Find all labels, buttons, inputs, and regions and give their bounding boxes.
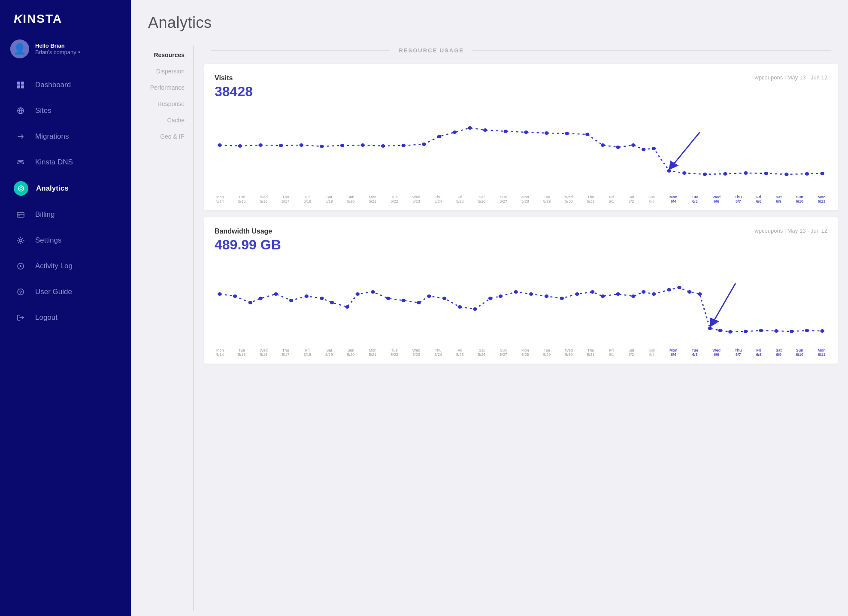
svg-point-40 — [631, 143, 636, 147]
svg-point-78 — [575, 292, 579, 296]
bandwidth-chart-meta: wpcoupons | May 13 - Jun 12 — [754, 228, 827, 234]
x-label-21: Mon6/4 — [669, 195, 678, 203]
svg-point-76 — [545, 294, 549, 298]
svg-point-72 — [488, 297, 493, 300]
x-label-22: Tue6/5 — [692, 195, 698, 203]
sidebar-item-user-guide[interactable]: ? User Guide — [0, 279, 131, 305]
billing-icon-wrapper — [14, 208, 27, 222]
svg-point-56 — [258, 297, 263, 300]
svg-point-58 — [289, 299, 294, 302]
sub-nav-item-geo-ip[interactable]: Geo & IP — [131, 129, 193, 144]
x-label-10: Thu5/24 — [434, 195, 442, 203]
user-info: Hello Brian Brian's company ▾ — [35, 42, 121, 55]
bandwidth-chart-card: Bandwidth Usage wpcoupons | May 13 - Jun… — [204, 217, 838, 364]
logo: KINSTA — [14, 12, 117, 26]
logout-icon — [16, 313, 25, 322]
sub-nav-container: Resources Dispersion Performance Respons… — [131, 40, 194, 616]
svg-point-88 — [698, 292, 702, 296]
sidebar-item-kinsta-dns[interactable]: Kinsta DNS — [0, 149, 131, 175]
sidebar-item-dashboard[interactable]: Dashboard — [0, 72, 131, 98]
bw-x-label-18: Fri6/1 — [609, 348, 615, 357]
svg-point-71 — [473, 307, 477, 311]
x-label-6: Sun5/20 — [347, 195, 355, 203]
svg-point-66 — [402, 299, 406, 302]
svg-point-36 — [565, 132, 569, 135]
svg-line-52 — [672, 132, 700, 167]
svg-point-47 — [744, 171, 748, 175]
migrations-icon-wrapper — [14, 130, 27, 143]
sidebar-item-activity-log[interactable]: Activity Log — [0, 253, 131, 279]
logo-area: KINSTA — [0, 0, 131, 34]
sidebar-item-label-analytics: Analytics — [36, 184, 69, 193]
svg-point-38 — [601, 143, 605, 147]
user-profile[interactable]: Hello Brian Brian's company ▾ — [0, 34, 131, 69]
kinsta-dns-icon — [16, 158, 25, 167]
analytics-icon — [16, 184, 26, 193]
svg-point-14 — [20, 265, 21, 267]
svg-point-42 — [652, 147, 656, 150]
billing-icon — [16, 210, 25, 219]
sub-nav-item-response[interactable]: Response — [131, 96, 193, 112]
svg-point-81 — [616, 292, 620, 296]
svg-point-18 — [218, 143, 222, 147]
sidebar-item-settings[interactable]: Settings — [0, 228, 131, 253]
svg-text:?: ? — [19, 290, 22, 295]
svg-point-79 — [591, 290, 595, 294]
svg-point-21 — [279, 144, 283, 147]
sidebar-item-analytics[interactable]: Analytics — [0, 175, 131, 202]
sidebar-item-billing[interactable]: Billing — [0, 202, 131, 228]
svg-point-54 — [233, 294, 237, 298]
bw-x-label-14: Mon5/28 — [521, 348, 529, 357]
x-label-24: Thu6/7 — [735, 195, 742, 203]
svg-point-62 — [345, 305, 350, 309]
svg-point-30 — [453, 130, 457, 134]
bandwidth-chart-value: 489.99 GB — [215, 237, 827, 253]
sub-nav-item-resources[interactable]: Resources — [131, 47, 193, 63]
sub-nav-item-dispersion[interactable]: Dispersion — [131, 64, 193, 79]
svg-point-31 — [468, 126, 472, 130]
x-label-1: Tue5/15 — [238, 195, 246, 203]
charts-area: RESOURCE USAGE Visits wpcoupons | May 13… — [194, 40, 848, 616]
sub-nav-item-cache[interactable]: Cache — [131, 112, 193, 128]
svg-point-32 — [483, 128, 488, 132]
bw-x-label-20: Sun6/3 — [648, 348, 655, 357]
content-area: Resources Dispersion Performance Respons… — [131, 40, 848, 616]
visits-x-labels: Mon5/14 Tue5/15 Wed5/16 Thu5/17 Fri5/18 … — [215, 195, 827, 203]
bandwidth-x-labels: Mon5/14 Tue5/15 Wed5/16 Thu5/17 Fri5/18 … — [215, 348, 827, 357]
svg-point-33 — [504, 130, 508, 133]
svg-point-92 — [744, 330, 748, 333]
sites-icon-wrapper — [14, 104, 27, 118]
sub-nav-item-performance[interactable]: Performance — [131, 80, 193, 95]
svg-line-98 — [712, 283, 736, 323]
user-guide-icon-wrapper: ? — [14, 285, 27, 299]
visits-chart-value: 38428 — [215, 84, 827, 100]
sidebar-item-sites[interactable]: Sites — [0, 98, 131, 124]
sidebar-item-migrations[interactable]: Migrations — [0, 124, 131, 149]
svg-point-68 — [427, 294, 431, 298]
nav-menu: Dashboard Sites — [0, 69, 131, 616]
migrations-icon — [16, 132, 25, 141]
svg-point-23 — [320, 145, 324, 148]
user-guide-icon: ? — [16, 287, 25, 297]
x-label-19: Sat6/2 — [628, 195, 634, 203]
bw-x-label-5: Sat5/19 — [325, 348, 333, 357]
sidebar-item-logout[interactable]: Logout — [0, 305, 131, 331]
x-label-11: Fri5/25 — [456, 195, 464, 203]
bandwidth-chart-header: Bandwidth Usage wpcoupons | May 13 - Jun… — [215, 228, 827, 235]
settings-icon — [16, 236, 25, 245]
svg-point-87 — [687, 290, 692, 294]
bw-x-label-22: Tue6/5 — [692, 348, 698, 357]
resource-usage-title: RESOURCE USAGE — [399, 47, 464, 54]
bw-x-label-23: Wed6/6 — [712, 348, 721, 357]
activity-log-icon-wrapper — [14, 259, 27, 273]
sidebar-item-label-settings: Settings — [35, 236, 61, 245]
svg-point-25 — [360, 143, 365, 147]
sidebar-item-label-user-guide: User Guide — [35, 288, 72, 296]
x-label-0: Mon5/14 — [216, 195, 224, 203]
svg-point-93 — [759, 329, 763, 332]
x-label-25: Fri6/8 — [756, 195, 762, 203]
activity-log-icon — [16, 261, 25, 271]
sidebar-item-label-migrations: Migrations — [35, 132, 69, 141]
svg-point-24 — [340, 144, 345, 147]
x-label-27: Sun6/10 — [796, 195, 804, 203]
